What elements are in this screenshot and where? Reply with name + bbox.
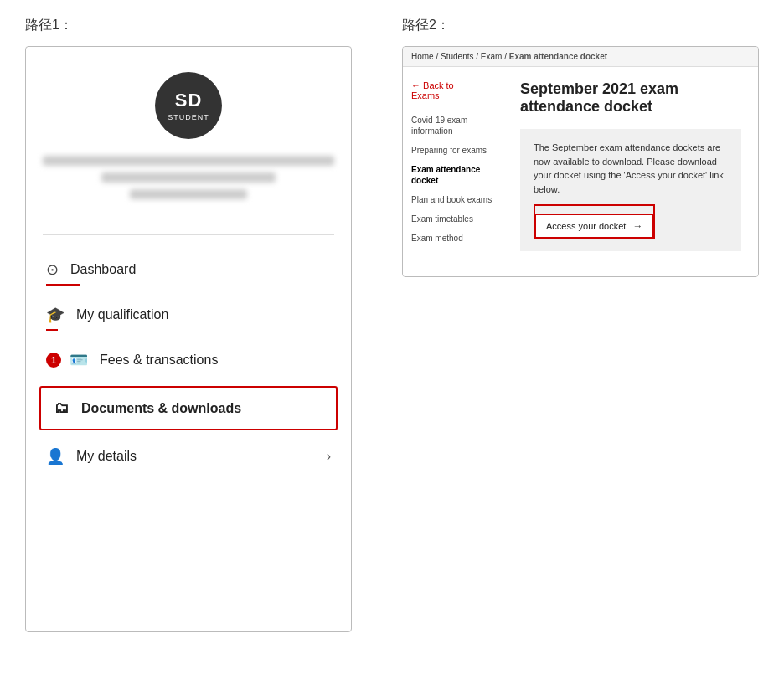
phone-frame: SD STUDENT ⊙ Dashboard 🎓 My bbox=[25, 46, 352, 632]
sidebar-timetables[interactable]: Exam timetables bbox=[411, 209, 494, 229]
back-arrow-icon: ← Back to bbox=[411, 80, 494, 90]
content-area: ← Back to Exams Covid-19 exam informatio… bbox=[403, 67, 758, 276]
nav-item-qualification[interactable]: 🎓 My qualification bbox=[26, 292, 351, 337]
path1-label: 路径1： bbox=[25, 17, 352, 34]
blur-line-1 bbox=[43, 156, 334, 166]
nav-item-documents[interactable]: 🗂 Documents & downloads bbox=[39, 386, 338, 430]
qualification-icon: 🎓 bbox=[46, 306, 64, 324]
nav-list-bottom: 👤 My details › bbox=[26, 434, 351, 479]
fees-badge: 1 bbox=[46, 353, 61, 368]
nav-item-details[interactable]: 👤 My details › bbox=[26, 434, 351, 479]
back-link[interactable]: ← Back to Exams bbox=[411, 80, 494, 100]
documents-icon: 🗂 bbox=[54, 399, 70, 417]
avatar-area: SD STUDENT bbox=[26, 72, 351, 223]
path1-section: 路径1： SD STUDENT ⊙ Dashboard bbox=[25, 17, 352, 632]
person-icon: 👤 bbox=[46, 447, 64, 466]
fees-icon: 🪪 bbox=[70, 351, 88, 369]
nav-details-label: My details bbox=[76, 449, 137, 464]
arrow-icon: › bbox=[327, 449, 331, 464]
page-header: 路径1： SD STUDENT ⊙ Dashboard bbox=[25, 17, 759, 632]
breadcrumb-current: Exam attendance docket bbox=[509, 52, 607, 61]
left-sidebar: ← Back to Exams Covid-19 exam informatio… bbox=[403, 67, 503, 276]
info-box-text: The September exam attendance dockets ar… bbox=[534, 142, 724, 194]
avatar: SD STUDENT bbox=[155, 72, 222, 139]
access-docket-button[interactable]: Access your docket → bbox=[535, 214, 653, 238]
path2-section: 路径2： Home / Students / Exam / Exam atten… bbox=[402, 17, 759, 632]
nav-item-fees[interactable]: 1 🪪 Fees & transactions bbox=[26, 337, 351, 383]
qualification-underline bbox=[46, 329, 58, 331]
back-link-label: Exams bbox=[411, 90, 494, 100]
page-title: September 2021 exam attendance docket bbox=[520, 80, 741, 116]
sidebar-method[interactable]: Exam method bbox=[411, 229, 494, 248]
nav-item-dashboard[interactable]: ⊙ Dashboard bbox=[26, 247, 351, 292]
nav-qualification-label: My qualification bbox=[76, 307, 168, 322]
breadcrumb-exam[interactable]: Exam bbox=[481, 52, 503, 61]
button-arrow-icon: → bbox=[632, 220, 642, 232]
sidebar-plan[interactable]: Plan and book exams bbox=[411, 190, 494, 209]
sidebar-attendance[interactable]: Exam attendance docket bbox=[411, 160, 494, 190]
blur-line-3 bbox=[130, 189, 246, 199]
breadcrumb: Home / Students / Exam / Exam attendance… bbox=[403, 47, 758, 67]
breadcrumb-students[interactable]: Students bbox=[441, 52, 473, 61]
blurred-user-info bbox=[43, 156, 334, 206]
path2-label: 路径2： bbox=[402, 17, 759, 34]
browser-frame: Home / Students / Exam / Exam attendance… bbox=[402, 46, 759, 277]
nav-dashboard-label: Dashboard bbox=[70, 262, 136, 277]
documents-label: Documents & downloads bbox=[81, 401, 241, 416]
blur-line-2 bbox=[101, 172, 276, 183]
access-button-label: Access your docket bbox=[546, 221, 626, 231]
sidebar-menu: Covid-19 exam information Preparing for … bbox=[411, 111, 494, 248]
avatar-initials: SD bbox=[175, 90, 203, 111]
breadcrumb-home[interactable]: Home bbox=[411, 52, 434, 61]
nav-fees-label: Fees & transactions bbox=[100, 353, 218, 368]
info-box: The September exam attendance dockets ar… bbox=[520, 129, 741, 251]
nav-underline bbox=[46, 284, 80, 286]
nav-divider bbox=[43, 234, 334, 235]
sidebar-preparing[interactable]: Preparing for exams bbox=[411, 141, 494, 160]
main-content: September 2021 exam attendance docket Th… bbox=[503, 67, 758, 276]
access-docket-button-wrapper: Access your docket → bbox=[534, 204, 655, 239]
sidebar-covid[interactable]: Covid-19 exam information bbox=[411, 111, 494, 141]
avatar-role: STUDENT bbox=[168, 113, 209, 121]
nav-list: ⊙ Dashboard 🎓 My qualification 1 🪪 Fees … bbox=[26, 247, 351, 383]
dashboard-icon: ⊙ bbox=[46, 260, 59, 279]
